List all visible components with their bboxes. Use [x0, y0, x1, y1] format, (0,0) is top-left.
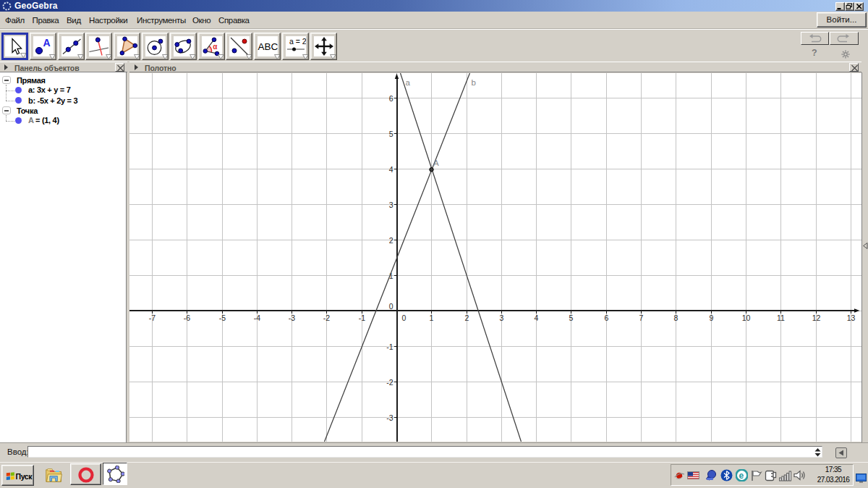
svg-text:13: 13	[847, 314, 856, 322]
svg-text:-3: -3	[386, 413, 393, 422]
svg-text:-3: -3	[289, 314, 295, 322]
svg-text:12: 12	[812, 314, 821, 322]
svg-text:A: A	[43, 37, 50, 49]
svg-text:-1: -1	[359, 314, 365, 322]
svg-text:a = 2: a = 2	[289, 37, 306, 46]
svg-text:11: 11	[777, 314, 785, 322]
svg-text:a: a	[406, 78, 411, 87]
svg-text:9: 9	[710, 314, 714, 322]
svg-text:5: 5	[569, 314, 574, 322]
svg-text:1: 1	[430, 314, 434, 322]
svg-text:0: 0	[402, 314, 407, 322]
svg-text:-2: -2	[323, 314, 330, 322]
svg-text:4: 4	[389, 165, 393, 174]
svg-text:2: 2	[389, 236, 393, 245]
svg-text:10: 10	[742, 314, 751, 322]
svg-text:6: 6	[389, 94, 393, 103]
svg-text:7: 7	[639, 314, 644, 322]
svg-text:e: e	[739, 471, 744, 481]
svg-text:3: 3	[389, 201, 393, 209]
svg-text:6: 6	[605, 314, 609, 322]
svg-text:-2: -2	[386, 378, 393, 387]
svg-text:-7: -7	[149, 314, 156, 322]
svg-text:2: 2	[465, 314, 469, 322]
svg-text:b: b	[472, 78, 476, 87]
svg-text:α: α	[213, 43, 218, 51]
svg-text:-6: -6	[184, 314, 190, 322]
svg-text:8: 8	[674, 314, 678, 322]
svg-text:4: 4	[535, 314, 539, 322]
svg-text:3: 3	[500, 314, 504, 322]
svg-text:-5: -5	[219, 314, 226, 322]
svg-text:0: 0	[389, 302, 393, 311]
svg-text:5: 5	[389, 130, 393, 138]
svg-text:ABC: ABC	[258, 41, 278, 52]
svg-text:-1: -1	[386, 342, 393, 351]
svg-text:-4: -4	[254, 314, 260, 322]
svg-text:A: A	[433, 159, 439, 167]
